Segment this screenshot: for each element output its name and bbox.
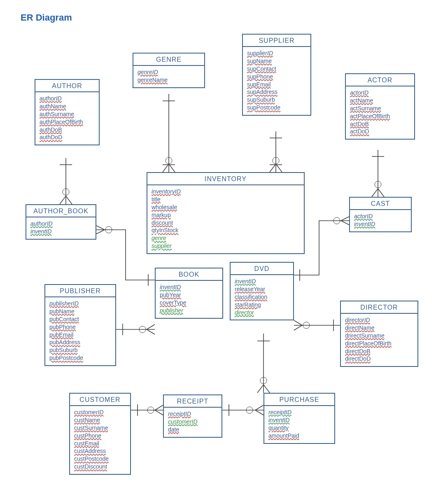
attr-supplier: supplier <box>152 242 301 250</box>
entity-author-book-title: AUTHOR_BOOK <box>26 205 96 217</box>
entity-dvd: DVD inventIDreleaseYearclassificationsta… <box>230 262 294 320</box>
entity-director: DIRECTOR directorIDdirectNamedrirectSurn… <box>340 301 418 367</box>
attr-wholesale: wholesale <box>152 203 301 211</box>
svg-point-13 <box>63 189 69 195</box>
attr-genreID: genreID <box>138 68 201 76</box>
attr-directorID: directorID <box>345 316 414 324</box>
attr-authDoD: authDoD <box>40 133 96 141</box>
svg-point-32 <box>246 407 253 413</box>
attr-classification: classification <box>235 293 290 301</box>
attr-supplierID: supplierID <box>247 49 307 57</box>
entity-receipt: RECEIPT receiptIDcustomerIDdate <box>163 394 222 438</box>
entity-genre-title: GENRE <box>133 54 204 66</box>
entity-receipt-attrs: receiptIDcustomerIDdate <box>164 408 222 437</box>
attr-actName: actName <box>350 97 411 105</box>
entity-publisher-title: PUBLISHER <box>45 285 115 297</box>
attr-pubEmail: pubEmail <box>49 331 112 339</box>
attr-authorID: authorID <box>30 220 92 228</box>
entity-purchase-title: PURCHASE <box>264 394 334 406</box>
entity-cast-attrs: actorIDinventID <box>350 210 411 231</box>
entity-genre: GENRE genreIDgenreName <box>133 53 205 88</box>
attr-directDoD: directDoD <box>345 355 414 363</box>
svg-point-10 <box>375 181 381 188</box>
entity-genre-attrs: genreIDgenreName <box>133 66 204 87</box>
attr-inventoryID: inventoryID <box>152 188 301 196</box>
entity-book-title: BOOK <box>156 268 222 281</box>
attr-customerID: customerID <box>74 408 127 416</box>
entity-actor-attrs: actorIDactNameactSurnameactPlaceOfBirtha… <box>346 86 414 139</box>
attr-inventID: inventID <box>235 278 290 285</box>
entity-author-attrs: authorIDauthNameauthSurnameauthPlaceOfBi… <box>35 92 99 145</box>
entity-receipt-title: RECEIPT <box>164 395 222 408</box>
attr-custPhone: custPhone <box>74 432 127 440</box>
entity-supplier-attrs: supplierIDsupNamesupContactsupPhonesupEm… <box>243 47 310 115</box>
entity-inventory-attrs: inventoryIDtitlewholesalemarkupdiscountq… <box>147 185 304 253</box>
entity-book-attrs: inventIDpubYearcoverTypepublisher <box>156 281 222 318</box>
svg-point-3 <box>166 157 172 164</box>
entity-customer-attrs: customerIDcustNamecustSurnamecustPhonecu… <box>70 406 130 474</box>
attr-supPostcode: supPostcode <box>247 104 307 112</box>
attr-inventID: inventID <box>354 220 408 228</box>
svg-point-29 <box>147 407 154 413</box>
entity-dvd-title: DVD <box>231 263 293 275</box>
attr-supPhone: supPhone <box>247 73 307 81</box>
entity-supplier-title: SUPPLIER <box>243 35 310 47</box>
attr-authorID: authorID <box>40 95 96 103</box>
attr-actSurname: actSurname <box>350 105 411 112</box>
attr-supContact: supContact <box>247 65 307 73</box>
entity-purchase: PURCHASE receiptIDinventIDquantityamount… <box>263 393 335 444</box>
attr-markup: markup <box>152 211 301 219</box>
attr-discount: discount <box>152 219 301 227</box>
attr-customerID: customerID <box>168 418 218 426</box>
attr-pubAddress: pubAddress <box>49 338 112 346</box>
attr-supAddress: supAddress <box>247 88 307 96</box>
entity-book: BOOK inventIDpubYearcoverTypepublisher <box>155 268 223 319</box>
attr-qtyInStock: qtyInStock <box>152 226 301 234</box>
page-title: ER Diagram <box>21 12 72 23</box>
attr-pubYear: pubYear <box>160 291 219 299</box>
attr-actDoB: actDoB <box>350 120 411 128</box>
attr-supName: supName <box>247 57 307 65</box>
attr-authDoB: authDoB <box>40 126 96 134</box>
attr-pubSuburb: pubSuburb <box>49 346 112 354</box>
entity-director-title: DIRECTOR <box>341 301 417 314</box>
entity-purchase-attrs: receiptIDinventIDquantityamountPaid <box>264 406 334 443</box>
attr-custPostcode: custPostcode <box>74 455 127 463</box>
attr-pubContact: pubContact <box>49 315 112 323</box>
attr-actorID: actorID <box>350 89 411 97</box>
attr-actDoD: actDoD <box>350 128 411 135</box>
attr-custEmail: custEmail <box>74 440 127 448</box>
entity-cast-title: CAST <box>350 198 411 210</box>
attr-publisher: publisher <box>160 307 219 315</box>
entity-author: AUTHOR authorIDauthNameauthSurnameauthPl… <box>35 79 100 145</box>
attr-pubName: pubName <box>49 308 112 315</box>
attr-pubPostcode: pubPostcode <box>49 354 112 362</box>
attr-genre: genre <box>152 234 301 242</box>
attr-actPlaceOfBirth: actPlaceOfBirth <box>350 112 411 120</box>
attr-directDoB: directDoB <box>345 348 414 355</box>
attr-title: title <box>152 196 301 203</box>
attr-quantity: quantity <box>268 424 331 432</box>
svg-point-14 <box>105 226 112 233</box>
attr-directName: directName <box>345 324 414 332</box>
attr-coverType: coverType <box>160 299 219 307</box>
entity-author-book: AUTHOR_BOOK authorIDinventID <box>26 204 96 240</box>
entity-inventory-title: INVENTORY <box>147 173 304 185</box>
attr-supSuburb: supSuburb <box>247 96 307 104</box>
attr-amountPaid: amountPaid <box>268 432 331 440</box>
attr-authPlaceOfBirth: authPlaceOfBirth <box>40 118 96 126</box>
attr-inventID: inventID <box>268 416 331 424</box>
attr-director: director <box>235 309 290 317</box>
attr-pubPhone: pubPhone <box>49 323 112 331</box>
entity-author-title: AUTHOR <box>35 80 99 92</box>
entity-author-book-attrs: authorIDinventID <box>26 217 96 239</box>
attr-receiptID: receiptID <box>268 408 331 416</box>
svg-point-23 <box>303 322 310 329</box>
entity-customer: CUSTOMER customerIDcustNamecustSurnamecu… <box>69 393 131 475</box>
attr-actorID: actorID <box>354 212 408 220</box>
attr-publisherID: publisherID <box>49 300 112 308</box>
entity-customer-title: CUSTOMER <box>70 394 130 406</box>
svg-point-20 <box>139 326 146 333</box>
attr-drirectSurname: drirectSurname <box>345 332 414 340</box>
attr-inventID: inventID <box>30 228 92 236</box>
